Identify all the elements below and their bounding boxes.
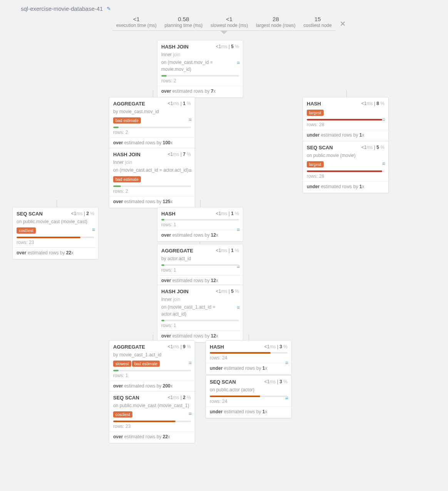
node-rows: rows: 2 xyxy=(161,78,239,84)
node-bar xyxy=(113,127,191,128)
node-rows: rows: 2 xyxy=(113,130,191,135)
node-estimate: under estimated rows by 1x xyxy=(307,184,384,189)
plan-node[interactable]: HASH JOIN<1ms | 5 %Inner joinon (movie_c… xyxy=(157,40,243,98)
node-estimate: over estimated rows by 200x xyxy=(113,383,191,389)
node-rows: rows: 28 xyxy=(307,122,384,127)
node-estimate: over estimated rows by 12x xyxy=(161,278,239,283)
edit-icon[interactable]: ✎ xyxy=(107,6,111,12)
plan-node[interactable]: SEQ SCAN<1ms | 2 %on public.movie_cast (… xyxy=(12,207,99,259)
node-title: SEQ SCAN xyxy=(210,379,236,385)
node-bar xyxy=(210,352,288,354)
database-icon: ≡ xyxy=(189,360,192,366)
node-metrics: <1ms | 3 % xyxy=(264,344,288,349)
node-tag: bad estimate xyxy=(132,361,160,367)
node-tag: bad estimate xyxy=(113,117,141,124)
database-icon: ≡ xyxy=(237,227,240,233)
node-tag: costliest xyxy=(17,227,36,234)
node-detail: Inner join xyxy=(161,52,239,58)
node-estimate: over estimated rows by 125x xyxy=(113,199,191,204)
node-rows: rows: 23 xyxy=(17,240,94,245)
plan-node[interactable]: SEQ SCAN<1ms | 3 %on public.actor (actor… xyxy=(206,375,292,418)
node-detail: by actor.act_id xyxy=(161,256,239,262)
node-rows: rows: 24 xyxy=(210,399,288,404)
largest-node: 28 xyxy=(256,16,296,22)
node-detail: by movie_cast_1.act_id xyxy=(113,352,191,358)
node-title: SEQ SCAN xyxy=(17,211,43,217)
node-title: HASH JOIN xyxy=(161,44,189,50)
database-icon: ≡ xyxy=(237,304,240,311)
node-rows: rows: 2 xyxy=(113,189,191,194)
slowest-node: <1 xyxy=(211,16,248,22)
node-tag: costliest xyxy=(113,411,132,418)
node-bar xyxy=(307,170,384,172)
node-title: AGGREGATE xyxy=(161,248,193,254)
node-rows: rows: 24 xyxy=(210,355,288,361)
node-metrics: <1ms | 1 % xyxy=(168,101,191,106)
plan-node[interactable]: AGGREGATE<1ms | 1 %by actor.act_id≡rows:… xyxy=(157,244,243,287)
node-detail: on public.movie_cast (movie_cast_1) xyxy=(113,402,191,409)
node-detail: by movie_cast.mov_id xyxy=(113,109,191,115)
node-metrics: <1ms | 9 % xyxy=(168,344,191,349)
node-metrics: <1ms | 2 % xyxy=(71,211,94,216)
node-bar xyxy=(161,264,239,266)
node-bar xyxy=(17,237,94,238)
database-icon: ≡ xyxy=(285,360,288,366)
node-estimate: under estimated rows by 1x xyxy=(210,366,288,371)
node-metrics: <1ms | 3 % xyxy=(264,379,288,384)
node-title: SEQ SCAN xyxy=(113,395,139,401)
plan-node[interactable]: AGGREGATE<1ms | 1 %by movie_cast.mov_id≡… xyxy=(109,97,195,149)
node-metrics: <1ms | 5 % xyxy=(216,44,239,49)
plan-node[interactable]: HASH<1ms | 8 %≡largestrows: 28under esti… xyxy=(303,97,389,142)
node-tag: largest xyxy=(307,161,324,167)
node-metrics: <1ms | 2 % xyxy=(168,395,191,400)
node-detail: on (movie_cast.mov_id = movie.mov_id) xyxy=(161,59,239,73)
node-estimate: over estimated rows by 100x xyxy=(113,140,191,145)
plan-node[interactable]: HASH<1ms | 1 %≡rows: 1over estimated row… xyxy=(157,207,243,242)
node-rows: rows: 1 xyxy=(113,373,191,378)
plan-node[interactable]: HASH JOIN<1ms | 5 %Inner joinon (movie_c… xyxy=(157,285,243,342)
node-rows: rows: 1 xyxy=(161,267,239,273)
plan-node[interactable]: HASH<1ms | 3 %≡rows: 24under estimated r… xyxy=(206,340,292,375)
node-rows: rows: 1 xyxy=(161,222,239,227)
node-estimate: over estimated rows by 22x xyxy=(113,434,191,439)
node-detail: on (movie_cast.act_id = actor.act_id) xyxy=(113,167,191,174)
node-metrics: <1ms | 1 % xyxy=(216,211,239,216)
node-bar xyxy=(113,185,191,187)
node-detail: on public.movie (movie) xyxy=(307,152,384,159)
plan-node[interactable]: SEQ SCAN<1ms | 2 %on public.movie_cast (… xyxy=(109,391,195,443)
node-detail: Inner join xyxy=(113,159,191,166)
database-icon: ≡ xyxy=(189,411,192,417)
stats-bar: <1execution time (ms) 0.58planning time … xyxy=(112,16,336,31)
node-metrics: <1ms | 5 % xyxy=(361,145,384,150)
node-metrics: <1ms | 5 % xyxy=(216,289,239,294)
close-icon[interactable]: ✕ xyxy=(340,20,346,28)
node-detail: on public.movie_cast (movie_cast) xyxy=(17,219,94,225)
costliest-node: 15 xyxy=(304,16,332,22)
plan-node[interactable]: AGGREGATE<1ms | 9 %by movie_cast_1.act_i… xyxy=(109,340,195,392)
node-title: HASH xyxy=(307,101,321,107)
database-icon: ≡ xyxy=(382,160,385,167)
node-detail: on (movie_cast_1.act_id = actor.act_id) xyxy=(161,304,239,317)
node-estimate: over estimated rows by 7x xyxy=(161,89,239,94)
node-title: HASH xyxy=(210,344,224,350)
node-estimate: over estimated rows by 22x xyxy=(17,250,94,256)
exec-time: <1 xyxy=(116,16,157,22)
node-title: HASH JOIN xyxy=(113,152,140,157)
plan-node[interactable]: SEQ SCAN<1ms | 5 %on public.movie (movie… xyxy=(303,141,389,193)
arrow-down-icon xyxy=(220,30,228,34)
plan-node[interactable]: HASH JOIN<1ms | 7 %Inner joinon (movie_c… xyxy=(109,148,195,208)
database-icon: ≡ xyxy=(189,117,192,123)
node-estimate: over estimated rows by 12x xyxy=(161,333,239,339)
node-detail: on public.actor (actor) xyxy=(210,387,288,393)
node-metrics: <1ms | 7 % xyxy=(168,152,191,157)
page-title: sql-exercise-movie-database-41 xyxy=(21,5,103,12)
database-icon: ≡ xyxy=(189,167,192,174)
node-estimate: over estimated rows by 12x xyxy=(161,232,239,238)
plan-time: 0.58 xyxy=(164,16,202,22)
node-title: HASH JOIN xyxy=(161,289,189,294)
database-icon: ≡ xyxy=(92,227,95,233)
node-rows: rows: 1 xyxy=(161,323,239,328)
node-bar xyxy=(161,320,239,321)
node-rows: rows: 23 xyxy=(113,424,191,429)
plan-tree: HASH JOIN<1ms | 5 %Inner joinon (movie_c… xyxy=(0,34,448,481)
